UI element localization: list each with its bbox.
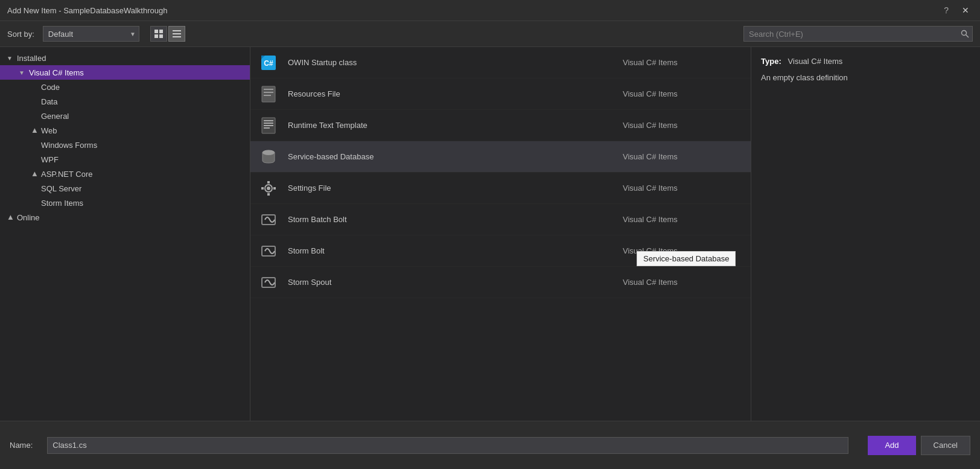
sort-select-wrapper: Default Name Type ▼: [43, 26, 139, 42]
sidebar-item-storm-items[interactable]: Storm Items: [0, 196, 250, 210]
installed-label: Installed: [17, 54, 46, 63]
settings-name: Settings File: [288, 183, 623, 193]
name-input[interactable]: [47, 437, 848, 454]
resources-icon: [258, 83, 279, 105]
title-bar: Add New Item - SampleDatabaseWalkthrough…: [0, 0, 980, 21]
list-item[interactable]: Service-based Database Visual C# Items: [250, 141, 751, 173]
type-info: Type: Visual C# Items: [761, 57, 970, 66]
service-db-name: Service-based Database: [288, 152, 623, 161]
sidebar-item-asp-net-core[interactable]: ▶ ASP.NET Core: [0, 167, 250, 181]
owin-icon: C#: [258, 52, 279, 74]
sort-select[interactable]: Default Name Type: [43, 26, 139, 42]
list-item[interactable]: Runtime Text Template Visual C# Items: [250, 110, 751, 141]
help-icon: ?: [944, 5, 949, 15]
svg-rect-16: [264, 120, 273, 121]
asp-arrow: ▶: [29, 169, 39, 179]
sidebar-item-visual-c-items[interactable]: ▼ Visual C# Items: [0, 65, 250, 80]
list-item[interactable]: C# OWIN Startup class Visual C# Items: [250, 47, 751, 78]
type-label: Type:: [761, 57, 781, 66]
resources-category: Visual C# Items: [623, 89, 743, 98]
sidebar-item-sql-server[interactable]: SQL Server: [0, 181, 250, 196]
svg-rect-19: [264, 127, 270, 129]
sidebar-item-wpf[interactable]: WPF: [0, 152, 250, 167]
sidebar: ▼ Installed ▼ Visual C# Items Code Data …: [0, 47, 250, 421]
right-panel: Type: Visual C# Items An empty class def…: [751, 47, 980, 421]
service-db-category: Visual C# Items: [623, 152, 743, 161]
svg-rect-5: [173, 33, 181, 34]
runtime-text-category: Visual C# Items: [623, 121, 743, 130]
search-button[interactable]: [961, 30, 969, 38]
svg-rect-29: [262, 278, 275, 287]
svg-rect-17: [264, 123, 273, 124]
list-item[interactable]: Storm Batch Bolt Visual C# Items: [250, 204, 751, 235]
resources-name: Resources File: [288, 89, 623, 98]
online-arrow: ▶: [5, 212, 14, 222]
svg-rect-26: [273, 187, 276, 190]
search-wrapper: [743, 26, 973, 42]
sidebar-item-online[interactable]: ▶ Online: [0, 210, 250, 225]
search-input[interactable]: [743, 26, 973, 42]
dialog: Sort by: Default Name Type ▼: [0, 21, 980, 469]
svg-rect-2: [154, 34, 158, 38]
visual-c-arrow: ▼: [17, 68, 27, 77]
grid-view-button[interactable]: [150, 26, 167, 42]
list-item[interactable]: Resources File Visual C# Items: [250, 78, 751, 110]
storm-items-label: Storm Items: [41, 199, 83, 208]
close-button[interactable]: ✕: [958, 4, 973, 16]
owin-name: OWIN Startup class: [288, 58, 623, 67]
online-label: Online: [17, 213, 40, 222]
svg-line-8: [966, 35, 969, 38]
svg-rect-3: [159, 34, 163, 38]
svg-rect-18: [264, 125, 273, 126]
svg-rect-0: [154, 30, 158, 33]
sidebar-item-data[interactable]: Data: [0, 94, 250, 109]
content-area: ▼ Installed ▼ Visual C# Items Code Data …: [0, 47, 980, 421]
storm-spout-category: Visual C# Items: [623, 278, 743, 287]
svg-rect-1: [159, 30, 163, 33]
settings-icon: [258, 177, 279, 199]
svg-point-22: [267, 187, 270, 190]
sidebar-item-windows-forms[interactable]: Windows Forms: [0, 138, 250, 152]
list-item[interactable]: Settings File Visual C# Items: [250, 173, 751, 204]
sidebar-item-web[interactable]: ▶ Web: [0, 123, 250, 138]
settings-category: Visual C# Items: [623, 183, 743, 193]
svg-rect-23: [267, 181, 270, 183]
type-value: Visual C# Items: [788, 57, 843, 66]
list-item[interactable]: Storm Bolt Visual C# Items: [250, 235, 751, 267]
svg-rect-28: [262, 246, 275, 256]
bottom-bar: Name: Add Cancel: [0, 421, 980, 469]
runtime-text-name: Runtime Text Template: [288, 121, 623, 130]
sidebar-item-general[interactable]: General: [0, 109, 250, 123]
sort-label: Sort by:: [7, 30, 34, 39]
type-description: An empty class definition: [761, 72, 970, 84]
items-list: C# OWIN Startup class Visual C# Items: [250, 47, 751, 421]
visual-c-label: Visual C# Items: [29, 68, 84, 77]
storm-bolt-icon: [258, 240, 279, 262]
sidebar-item-code[interactable]: Code: [0, 80, 250, 94]
svg-point-7: [962, 31, 967, 36]
svg-rect-4: [173, 30, 181, 31]
list-view-button[interactable]: [168, 26, 185, 42]
web-label: Web: [41, 126, 57, 135]
dialog-title: Add New Item - SampleDatabaseWalkthrough: [7, 6, 167, 15]
windows-forms-label: Windows Forms: [41, 141, 97, 150]
svg-rect-25: [261, 187, 264, 190]
sidebar-item-installed[interactable]: ▼ Installed: [0, 51, 250, 65]
storm-batch-category: Visual C# Items: [623, 215, 743, 224]
installed-arrow: ▼: [5, 53, 14, 63]
owin-category: Visual C# Items: [623, 58, 743, 67]
svg-point-21: [262, 150, 275, 155]
storm-spout-name: Storm Spout: [288, 278, 623, 287]
toolbar: Sort by: Default Name Type ▼: [0, 21, 980, 47]
bottom-buttons: Add Cancel: [868, 436, 970, 455]
list-item[interactable]: Storm Spout Visual C# Items: [250, 267, 751, 298]
name-label: Name:: [10, 441, 33, 450]
general-label: General: [41, 112, 69, 121]
svg-rect-13: [264, 92, 273, 93]
add-button[interactable]: Add: [868, 436, 915, 455]
svg-rect-14: [264, 95, 271, 96]
text-template-icon: [258, 115, 279, 136]
svg-rect-24: [267, 193, 270, 196]
cancel-button[interactable]: Cancel: [921, 436, 970, 455]
asp-net-label: ASP.NET Core: [41, 170, 93, 179]
